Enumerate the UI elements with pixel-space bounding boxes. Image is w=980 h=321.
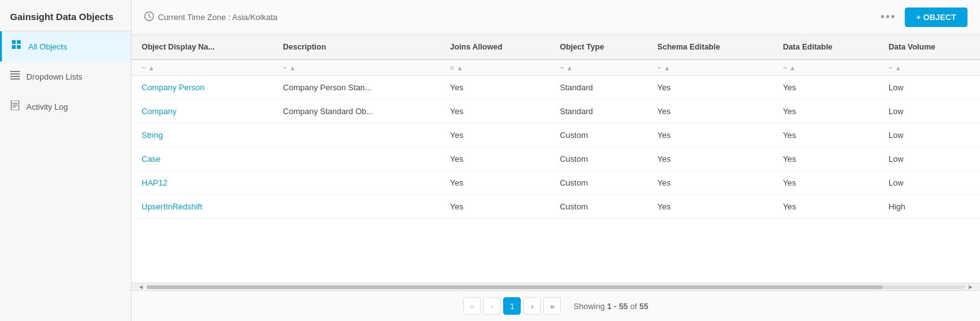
scroll-left-arrow[interactable]: ◄ — [138, 283, 144, 290]
filter-icon: ~ — [783, 64, 786, 71]
table-row: HAP12 Yes Custom Yes Yes Low — [132, 171, 980, 195]
cell-name[interactable]: Case — [132, 147, 273, 171]
more-options-button[interactable]: ••• — [880, 11, 896, 24]
sort-arrow-icon: ▲ — [457, 65, 463, 71]
col-header-schema-editable: Schema Editable — [647, 35, 773, 60]
cell-object-type: Custom — [550, 124, 647, 147]
data-table: Object Display Na... Description Joins A… — [132, 35, 980, 219]
cell-name[interactable]: Company — [132, 100, 273, 124]
cell-data-volume: Low — [878, 171, 980, 195]
page-1-button[interactable]: 1 — [503, 297, 521, 315]
next-page-button[interactable]: › — [523, 297, 541, 315]
svg-rect-2 — [12, 45, 16, 49]
cell-object-type: Standard — [550, 100, 647, 124]
table-container: Object Display Na... Description Joins A… — [132, 35, 980, 283]
cell-schema-editable: Yes — [647, 195, 773, 219]
sort-arrow-icon: ▲ — [566, 65, 573, 71]
svg-rect-10 — [13, 105, 18, 106]
cell-data-editable: Yes — [773, 100, 878, 124]
filter-row: ~ ▲ ~ ▲ = ▲ — [132, 60, 980, 76]
cell-schema-editable: Yes — [647, 124, 773, 147]
prev-page-button[interactable]: ‹ — [483, 297, 501, 315]
sort-arrow-icon: ▲ — [289, 65, 296, 71]
cell-data-volume: Low — [878, 76, 980, 100]
col-header-name: Object Display Na... — [132, 35, 273, 60]
svg-rect-4 — [10, 71, 20, 72]
cell-name[interactable]: HAP12 — [132, 171, 273, 195]
cell-schema-editable: Yes — [647, 100, 773, 124]
cell-data-volume: High — [878, 195, 980, 219]
filter-joins-allowed: = ▲ — [440, 60, 550, 76]
filter-icon: ~ — [560, 64, 563, 71]
table-row: Company Person Company Person Stan... Ye… — [132, 76, 980, 100]
filter-data-editable: ~ ▲ — [773, 60, 878, 76]
filter-icon: ~ — [889, 64, 892, 71]
cell-object-type: Standard — [550, 76, 647, 100]
cell-schema-editable: Yes — [647, 147, 773, 171]
horizontal-scrollbar[interactable]: ◄ ► — [132, 283, 980, 290]
cell-data-volume: Low — [878, 100, 980, 124]
svg-rect-6 — [10, 76, 20, 77]
cell-joins-allowed: Yes — [440, 76, 550, 100]
sidebar-item-label: Dropdown Lists — [26, 72, 83, 82]
table-row: Company Company Standard Ob... Yes Stand… — [132, 100, 980, 124]
cell-data-volume: Low — [878, 147, 980, 171]
col-header-data-volume: Data Volume — [878, 35, 980, 60]
svg-line-14 — [149, 16, 151, 18]
cell-name[interactable]: String — [132, 124, 273, 147]
cell-object-type: Custom — [550, 195, 647, 219]
scroll-right-arrow[interactable]: ► — [967, 283, 974, 290]
sidebar-item-dropdown-lists[interactable]: Dropdown Lists — [0, 61, 131, 92]
cell-joins-allowed: Yes — [440, 124, 550, 147]
svg-rect-1 — [17, 40, 21, 44]
svg-rect-5 — [10, 73, 20, 75]
toolbar: Current Time Zone : Asia/Kolkata ••• + O… — [132, 0, 980, 35]
cell-name[interactable]: Company Person — [132, 76, 273, 100]
doc-icon — [10, 100, 20, 113]
cell-description: Company Standard Ob... — [273, 100, 440, 124]
filter-description: ~ ▲ — [273, 60, 440, 76]
main-content: Current Time Zone : Asia/Kolkata ••• + O… — [132, 0, 980, 321]
col-header-description: Description — [273, 35, 440, 60]
scroll-track — [147, 285, 965, 289]
cell-description — [273, 124, 440, 147]
cell-data-volume: Low — [878, 124, 980, 147]
filter-object-type: ~ ▲ — [550, 60, 647, 76]
filter-name: ~ ▲ — [132, 60, 273, 76]
first-page-button[interactable]: « — [463, 297, 481, 315]
cell-object-type: Custom — [550, 147, 647, 171]
cell-joins-allowed: Yes — [440, 147, 550, 171]
sidebar-item-all-objects[interactable]: All Objects — [0, 31, 131, 61]
cell-joins-allowed: Yes — [440, 195, 550, 219]
grid-icon — [12, 40, 22, 53]
clock-icon — [144, 11, 154, 23]
cell-description — [273, 195, 440, 219]
app-title: Gainsight Data Objects — [0, 0, 131, 31]
table-row: Case Yes Custom Yes Yes Low — [132, 147, 980, 171]
page-info: Showing 1 - 55 of 55 — [573, 302, 648, 311]
filter-icon: ~ — [657, 64, 661, 71]
svg-rect-9 — [13, 103, 18, 104]
last-page-button[interactable]: » — [543, 297, 561, 315]
filter-icon: ~ — [142, 64, 145, 71]
sidebar-item-activity-log[interactable]: Activity Log — [0, 92, 131, 122]
sort-arrow-icon: ▲ — [895, 65, 901, 71]
cell-name[interactable]: UpsertInRedshift — [132, 195, 273, 219]
cell-description — [273, 171, 440, 195]
svg-rect-11 — [13, 107, 16, 108]
list-icon — [10, 70, 20, 83]
sort-arrow-icon: ▲ — [664, 65, 670, 71]
cell-data-editable: Yes — [773, 147, 878, 171]
sidebar: Gainsight Data Objects All Objects Dropd… — [0, 0, 132, 321]
filter-icon: = — [450, 64, 454, 71]
table-row: UpsertInRedshift Yes Custom Yes Yes High — [132, 195, 980, 219]
timezone-label: Current Time Zone : Asia/Kolkata — [158, 13, 278, 22]
col-header-object-type: Object Type — [550, 35, 647, 60]
svg-rect-0 — [12, 40, 16, 44]
add-object-button[interactable]: + OBJECT — [905, 8, 967, 27]
svg-rect-3 — [17, 45, 21, 49]
toolbar-actions: ••• + OBJECT — [880, 8, 967, 27]
cell-description — [273, 147, 440, 171]
filter-schema-editable: ~ ▲ — [647, 60, 773, 76]
cell-joins-allowed: Yes — [440, 100, 550, 124]
